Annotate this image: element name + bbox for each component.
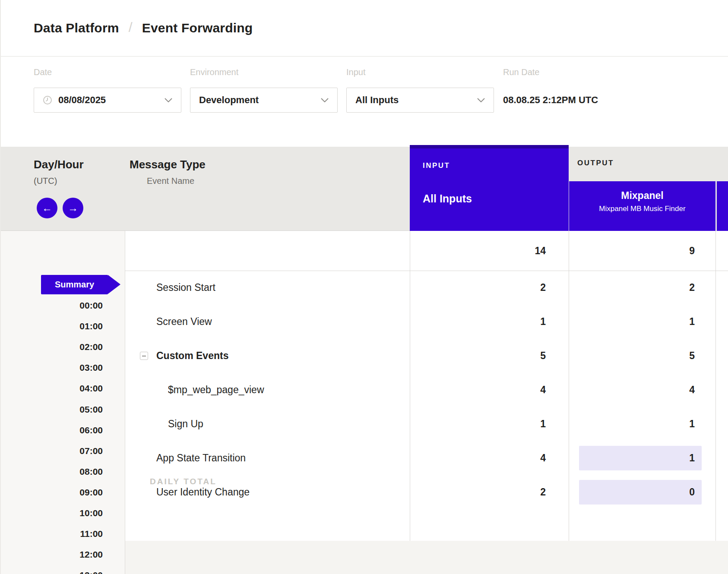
arrow-right-icon: → <box>68 202 78 214</box>
date-dropdown[interactable]: 08/08/2025 <box>34 88 181 113</box>
highlighted-cell-background <box>579 446 702 470</box>
next-day-button[interactable]: → <box>63 198 83 218</box>
date-label: Date <box>34 67 52 77</box>
event-name-subtitle: Event Name <box>147 176 194 186</box>
filter-bar: Date Environment Input Run Date 08/08/20… <box>1 57 728 145</box>
table-row: Sign Up11 <box>1 407 728 441</box>
previous-day-button[interactable]: ← <box>37 198 57 218</box>
output-count-cell[interactable]: 1 <box>569 305 715 339</box>
highlighted-cell-background <box>579 480 702 505</box>
hour-slot-13-00[interactable]: 13:00 <box>79 570 103 574</box>
topbar: Data Platform / Event Forwarding <box>1 0 728 57</box>
event-name-label: Sign Up <box>168 407 203 441</box>
output-count-cell[interactable]: 2 <box>569 271 715 305</box>
run-date-label: Run Date <box>503 67 540 77</box>
chevron-down-icon <box>321 98 329 102</box>
output-count-cell[interactable]: 1 <box>569 441 715 475</box>
collapse-minus-icon[interactable] <box>140 352 148 360</box>
arrow-left-icon: ← <box>42 202 52 214</box>
daily-total-input-value[interactable]: 14 <box>410 231 569 271</box>
input-count-cell[interactable]: 5 <box>410 339 569 373</box>
input-value: All Inputs <box>355 95 477 106</box>
output-count-cell[interactable]: 4 <box>569 373 715 407</box>
event-name-label: App State Transition <box>156 441 246 475</box>
output-column-title: Mixpanel <box>569 190 715 202</box>
event-name-label: User Identity Change <box>156 475 250 509</box>
table-row: Custom Events55 <box>1 339 728 373</box>
date-value: 08/08/2025 <box>58 95 165 106</box>
day-hour-title: Day/Hour <box>34 158 84 171</box>
page-title: Event Forwarding <box>142 21 253 35</box>
run-date-value: 08.08.25 2:12PM UTC <box>503 88 598 113</box>
table-footer-area <box>125 541 728 574</box>
input-count-cell[interactable]: 1 <box>410 407 569 441</box>
output-column-subtitle: Mixpanel MB Music Finder <box>569 205 715 213</box>
output-column-label: OUTPUT <box>577 159 614 167</box>
input-count-cell[interactable]: 2 <box>410 271 569 305</box>
input-column-title: All Inputs <box>423 192 472 205</box>
daily-total-output-value[interactable]: 9 <box>569 231 715 271</box>
input-label: Input <box>346 67 365 77</box>
hour-slot-12-00[interactable]: 12:00 <box>79 549 103 560</box>
event-forwarding-page: Data Platform / Event Forwarding Date En… <box>0 0 728 574</box>
daily-total-row: DAILY TOTAL 14 9 <box>1 231 728 271</box>
input-count-cell[interactable]: 4 <box>410 373 569 407</box>
output-count-cell[interactable]: 5 <box>569 339 715 373</box>
summary-badge[interactable]: Summary <box>41 275 108 294</box>
table-row: App State Transition41 <box>1 441 728 475</box>
environment-dropdown[interactable]: Development <box>190 88 338 113</box>
event-name-label[interactable]: Custom Events <box>156 339 228 373</box>
table-header: Day/Hour (UTC) ← → Message Type Event Na… <box>1 147 728 231</box>
output-column-header[interactable]: Mixpanel Mixpanel MB Music Finder <box>569 181 715 231</box>
event-name-label: Screen View <box>156 305 212 339</box>
breadcrumb: Data Platform / Event Forwarding <box>34 0 253 56</box>
input-count-cell[interactable]: 1 <box>410 305 569 339</box>
input-dropdown[interactable]: All Inputs <box>346 88 494 113</box>
event-name-label: $mp_web_page_view <box>168 373 264 407</box>
input-column-header[interactable]: INPUT All Inputs <box>410 145 569 231</box>
input-count-cell[interactable]: 4 <box>410 441 569 475</box>
next-output-column-partial <box>717 181 728 231</box>
event-name-label: Session Start <box>156 271 215 305</box>
chevron-down-icon <box>477 98 485 102</box>
summary-label: Summary <box>55 280 94 290</box>
day-hour-subtitle: (UTC) <box>34 176 57 186</box>
hour-slot-11-00[interactable]: 11:00 <box>80 528 103 539</box>
table-row: User Identity Change20 <box>1 475 728 509</box>
table-row: Screen View11 <box>1 305 728 339</box>
table-row: $mp_web_page_view44 <box>1 373 728 407</box>
output-count-cell[interactable]: 0 <box>569 475 715 509</box>
output-count-cell[interactable]: 1 <box>569 407 715 441</box>
environment-value: Development <box>199 95 321 106</box>
chevron-down-icon <box>165 98 172 102</box>
message-type-title: Message Type <box>130 158 206 171</box>
input-column-label: INPUT <box>423 161 450 170</box>
breadcrumb-separator: / <box>129 19 133 35</box>
environment-label: Environment <box>190 67 238 77</box>
clock-icon <box>43 95 52 105</box>
breadcrumb-section[interactable]: Data Platform <box>34 21 119 35</box>
input-count-cell[interactable]: 2 <box>410 475 569 509</box>
